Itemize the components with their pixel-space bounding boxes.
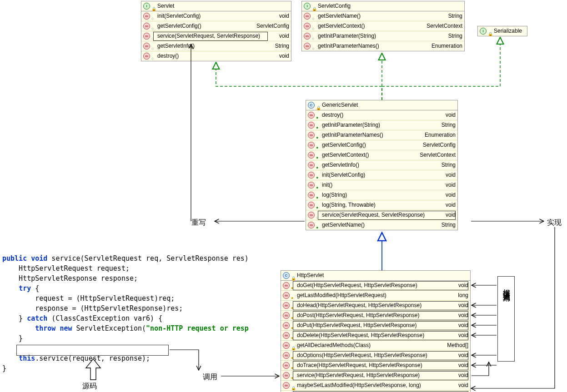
method-name: doDelete(HttpServletRequest, HttpServlet… — [297, 331, 424, 340]
protected-mod-icon — [291, 363, 296, 368]
method-icon: m — [143, 23, 150, 30]
method-row: mservice(HttpServletRequest, HttpServlet… — [281, 371, 470, 381]
method-row: mservice(ServletRequest, ServletResponse… — [306, 210, 457, 220]
return-type: void — [456, 381, 468, 390]
return-type: String — [439, 120, 456, 130]
class-genericservlet: C GenericServlet mdestroy()voidmgetInitP… — [306, 100, 458, 230]
code-highlight-box — [16, 345, 169, 356]
method-row: mgetServletInfo()String — [306, 160, 457, 170]
abstract-mod-icon — [151, 44, 156, 49]
abstract-mod-icon — [151, 54, 156, 59]
public-mod-icon — [316, 133, 321, 138]
class-icon: C — [283, 272, 290, 279]
class-title: GenericServlet — [322, 100, 358, 110]
method-icon: m — [304, 43, 311, 50]
class-icon: C — [308, 102, 315, 109]
method-row: minit(ServletConfig)void — [141, 11, 291, 21]
method-name: init() — [322, 180, 332, 190]
label-implement: 实现 — [547, 218, 562, 228]
method-icon: m — [308, 152, 315, 159]
method-name: destroy() — [322, 110, 343, 120]
return-type: void — [443, 200, 456, 210]
method-row: mlog(String, Throwable)void — [306, 200, 457, 210]
method-name: getInitParameter(String) — [322, 120, 380, 130]
return-type: ServletConfig — [420, 140, 456, 150]
lock-icon — [151, 4, 156, 9]
lock-icon — [291, 383, 296, 388]
public-mod-icon — [316, 143, 321, 148]
method-row: mgetAllDeclaredMethods(Class)Method[] — [281, 341, 470, 351]
title-row: I Serializable — [478, 26, 527, 36]
rows: mgetServletName()StringmgetServletContex… — [302, 11, 464, 51]
interface-icon: I — [143, 3, 150, 10]
method-icon: m — [308, 172, 315, 179]
public-mod-icon — [316, 183, 321, 188]
method-icon: m — [308, 202, 315, 208]
abstract-mod-icon — [312, 44, 316, 49]
abstract-mod-icon — [312, 34, 316, 39]
public-mod-icon — [316, 113, 321, 118]
protected-mod-icon — [291, 303, 296, 308]
public-mod-icon — [316, 223, 321, 228]
method-row: mdoPut(HttpServletRequest, HttpServletRe… — [281, 321, 470, 331]
return-type: void — [276, 31, 289, 41]
method-name: maybeSetLastModified(HttpServletResponse… — [297, 381, 421, 390]
method-icon: m — [143, 53, 150, 60]
method-icon: m — [283, 322, 290, 329]
method-name: doTrace(HttpServletRequest, HttpServletR… — [297, 361, 422, 370]
method-icon: m — [283, 382, 290, 389]
method-row: mdoTrace(HttpServletRequest, HttpServlet… — [281, 361, 470, 371]
class-servletconfig: I ServletConfig mgetServletName()Stringm… — [301, 1, 465, 51]
method-name: getServletContext() — [318, 21, 365, 31]
class-title: ServletConfig — [318, 1, 351, 11]
method-name: service(HttpServletRequest, HttpServletR… — [297, 371, 420, 380]
method-icon: m — [283, 292, 290, 299]
method-row: mmaybeSetLastModified(HttpServletRespons… — [281, 381, 470, 391]
method-icon: m — [304, 13, 311, 20]
method-name: doOptions(HttpServletRequest, HttpServle… — [297, 351, 427, 360]
return-type: void — [456, 331, 468, 340]
method-icon: m — [308, 112, 315, 119]
method-name: doHead(HttpServletRequest, HttpServletRe… — [297, 301, 421, 310]
abstract-mod-icon — [151, 24, 156, 29]
method-icon: m — [308, 122, 315, 129]
method-row: minit(ServletConfig)void — [306, 170, 457, 180]
return-type: void — [456, 321, 468, 330]
label-source: 源码 — [82, 382, 97, 391]
method-row: mdoGet(HttpServletRequest, HttpServletRe… — [281, 281, 470, 291]
method-row: mdoOptions(HttpServletRequest, HttpServl… — [281, 351, 470, 361]
method-icon: m — [308, 212, 315, 218]
public-mod-icon — [316, 153, 321, 158]
method-row: mgetServletConfig()ServletConfig — [306, 140, 457, 150]
return-type: Enumeration — [429, 41, 462, 51]
public-mod-icon — [316, 173, 321, 178]
method-icon: m — [304, 33, 311, 40]
method-name: doPut(HttpServletRequest, HttpServletRes… — [297, 321, 416, 330]
return-type: void — [443, 180, 456, 190]
method-row: mservice(ServletRequest, ServletResponse… — [141, 31, 291, 41]
class-httpservlet: C HttpServlet mdoGet(HttpServletRequest,… — [281, 270, 471, 392]
method-row: mgetLastModified(HttpServletRequest)long — [281, 291, 470, 301]
return-type: void — [456, 351, 468, 360]
method-name: getLastModified(HttpServletRequest) — [297, 291, 386, 300]
method-icon: m — [304, 23, 311, 30]
class-title: Servlet — [157, 1, 174, 11]
method-name: getServletName() — [318, 11, 361, 21]
return-type: void — [456, 361, 468, 370]
return-type: void — [443, 210, 456, 220]
method-name: log(String, Throwable) — [322, 200, 376, 210]
label-call: 调用 — [203, 372, 217, 382]
method-icon: m — [308, 222, 315, 228]
abstract-mod-icon — [312, 14, 316, 19]
method-row: mgetInitParameterNames()Enumeration — [302, 41, 464, 51]
method-name: getServletConfig() — [322, 140, 366, 150]
return-type: String — [446, 31, 462, 41]
method-icon: m — [308, 182, 315, 189]
method-name: getInitParameterNames() — [322, 130, 383, 140]
method-row: mgetServletContext()ServletContext — [306, 150, 457, 160]
return-type: ServletConfig — [254, 21, 289, 31]
method-name: getServletConfig() — [157, 21, 201, 31]
method-icon: m — [308, 192, 315, 198]
interface-icon: I — [480, 28, 487, 35]
protected-mod-icon — [291, 373, 296, 378]
